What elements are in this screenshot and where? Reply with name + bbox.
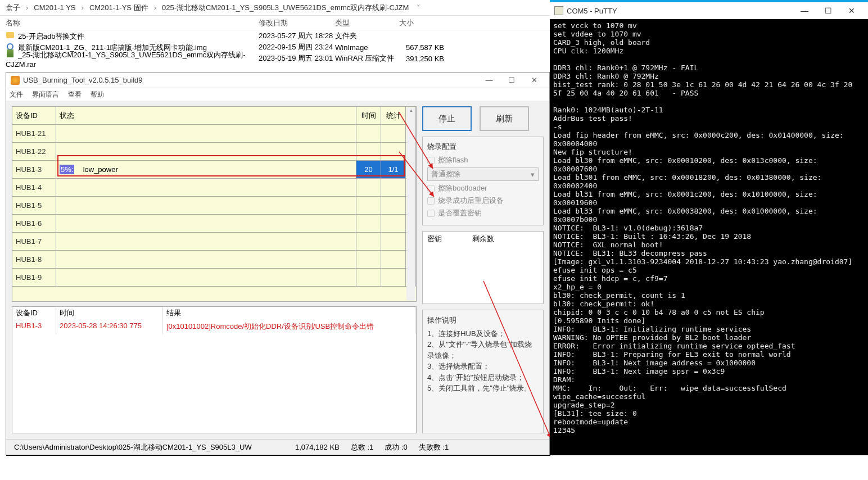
instructions-header: 操作说明 <box>427 315 539 326</box>
device-row[interactable]: HUB1-6 <box>12 215 416 233</box>
menu-item[interactable]: 文件 <box>10 90 23 99</box>
device-row[interactable]: HUB1-9 <box>12 269 416 287</box>
status-bar: C:\Users\Administrator\Desktop\025-湖北移动C… <box>6 439 549 455</box>
status-size: 1,074,182 KB <box>290 443 345 451</box>
putty-titlebar[interactable]: COM5 - PuTTY — ☐ ✕ <box>550 2 868 19</box>
instruction-line: 2、从"文件"-"导入烧录包"加载烧录镜像； <box>427 339 539 361</box>
window-title: USB_Burning_Tool_v2.0.5.15_build9 <box>23 76 478 84</box>
putty-icon <box>554 6 563 15</box>
chevron-right-icon: › <box>82 3 84 12</box>
log-col-result[interactable]: 结果 <box>163 307 416 320</box>
menubar: 文件界面语言查看帮助 <box>6 88 549 101</box>
col-time[interactable]: 时间 <box>356 107 381 124</box>
close-button[interactable]: ✕ <box>523 74 545 87</box>
status-total: 总数 :1 <box>345 442 379 452</box>
maximize-button[interactable]: ☐ <box>816 3 840 18</box>
folder-icon <box>6 32 14 38</box>
erase-bootloader-checkbox[interactable]: 擦除bootloader <box>427 183 539 193</box>
log-col-id[interactable]: 设备ID <box>12 307 56 320</box>
reboot-after-checkbox[interactable]: 烧录成功后重启设备 <box>427 196 539 206</box>
chevron-right-icon: › <box>154 3 156 12</box>
col-date[interactable]: 修改日期 <box>259 18 335 28</box>
col-type[interactable]: 类型 <box>335 18 399 28</box>
minimize-button[interactable]: — <box>478 74 500 87</box>
status-path: C:\Users\Administrator\Desktop\025-湖北移动C… <box>8 442 290 452</box>
titlebar[interactable]: USB_Burning_Tool_v2.0.5.15_build9 — ☐ ✕ <box>6 73 549 88</box>
chevron-down-icon: ▾ <box>531 170 535 179</box>
minimize-button[interactable]: — <box>793 3 816 18</box>
menu-item[interactable]: 查看 <box>68 90 82 99</box>
col-status[interactable]: 状态 <box>56 107 356 124</box>
close-button[interactable]: ✕ <box>840 3 864 18</box>
app-icon <box>11 76 20 85</box>
usb-burning-tool-window: USB_Burning_Tool_v2.0.5.15_build9 — ☐ ✕ … <box>6 72 550 455</box>
scrollbar[interactable] <box>406 107 415 301</box>
device-row[interactable]: HUB1-8 <box>12 251 416 269</box>
status-fail: 失败数 :1 <box>413 442 454 452</box>
col-size[interactable]: 大小 <box>399 18 444 28</box>
breadcrumb-item[interactable]: 025-湖北移动CM201-1_YS_S905L3_UWE5621DS_emmc… <box>160 2 411 14</box>
breadcrumb-dropdown[interactable]: ˅ <box>413 3 421 12</box>
device-row[interactable]: HUB1-22 <box>12 143 416 161</box>
key-label: 密钥 <box>427 234 472 244</box>
erase-flash-checkbox[interactable]: 擦除flash <box>427 155 539 165</box>
device-row[interactable]: HUB1-5 <box>12 197 416 215</box>
putty-title: COM5 - PuTTY <box>567 7 793 15</box>
log-col-time[interactable]: 时间 <box>56 307 163 320</box>
overwrite-key-checkbox[interactable]: 是否覆盖密钥 <box>427 208 539 218</box>
burn-config-panel: 烧录配置 擦除flash 普通擦除▾ 擦除bootloader 烧录成功后重启设… <box>422 137 544 225</box>
maximize-button[interactable]: ☐ <box>501 74 522 87</box>
device-row[interactable]: HUB1-21 <box>12 125 416 143</box>
status-success: 成功 :0 <box>379 442 413 452</box>
device-row[interactable]: HUB1-7 <box>12 233 416 251</box>
config-header: 烧录配置 <box>427 142 539 152</box>
instruction-line: 4、点击"开始"按钮启动烧录； <box>427 372 539 383</box>
device-grid: 设备ID 状态 时间 统计 HUB1-21HUB1-22HUB1-35%: lo… <box>12 106 417 302</box>
key-panel: 密钥 剩余数 <box>422 231 544 304</box>
breadcrumb-item[interactable]: CM201-1 YS <box>31 2 78 13</box>
breadcrumb[interactable]: 盒子›CM201-1 YS›CM201-1-YS 固件›025-湖北移动CM20… <box>3 2 411 14</box>
instruction-line: 1、连接好HUB及设备； <box>427 328 539 339</box>
rar-icon <box>7 49 13 57</box>
breadcrumb-item[interactable]: 盒子 <box>3 2 22 14</box>
menu-item[interactable]: 帮助 <box>91 90 104 99</box>
chevron-right-icon: › <box>26 3 28 12</box>
col-device-id[interactable]: 设备ID <box>12 107 56 124</box>
putty-window: COM5 - PuTTY — ☐ ✕ set vcck to 1070 mv s… <box>550 0 868 455</box>
stop-button[interactable]: 停止 <box>422 106 472 131</box>
instruction-line: 3、选择烧录配置； <box>427 361 539 372</box>
menu-item[interactable]: 界面语言 <box>32 90 59 99</box>
terminal-output[interactable]: set vcck to 1070 mv set vddee to 1070 mv… <box>550 19 868 455</box>
instructions-panel: 操作说明 1、连接好HUB及设备；2、从"文件"-"导入烧录包"加载烧录镜像；3… <box>422 310 544 433</box>
log-row[interactable]: HUB1-32023-05-28 14:26:30 775[0x10101002… <box>12 320 416 334</box>
refresh-button[interactable]: 刷新 <box>480 106 529 131</box>
log-grid: 设备ID 时间 结果 HUB1-32023-05-28 14:26:30 775… <box>12 306 417 433</box>
device-row[interactable]: HUB1-35%: low_power201/1 <box>12 161 416 179</box>
remain-label: 剩余数 <box>472 234 494 244</box>
instruction-line: 5、关闭工具前，先"停止"烧录。 <box>427 383 539 394</box>
col-name[interactable]: 名称 <box>6 18 259 28</box>
breadcrumb-item[interactable]: CM201-1-YS 固件 <box>87 2 151 14</box>
device-row[interactable]: HUB1-4 <box>12 179 416 197</box>
col-stat[interactable]: 统计 <box>381 107 406 124</box>
erase-mode-select[interactable]: 普通擦除▾ <box>427 167 539 181</box>
